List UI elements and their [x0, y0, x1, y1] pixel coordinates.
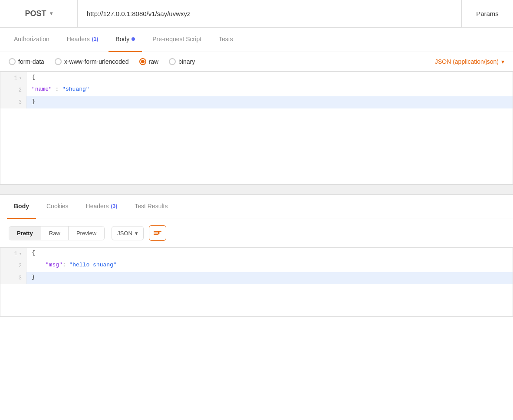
resp-fold-arrow-1[interactable]: ▾	[19, 251, 22, 256]
tab-prerequest[interactable]: Pre-request Script	[145, 28, 208, 52]
response-tab-test-results-label: Test Results	[135, 203, 168, 210]
tab-body-label: Body	[115, 36, 129, 43]
method-selector[interactable]: POST ▾	[0, 0, 78, 27]
json-type-selector[interactable]: JSON (application/json) ▾	[435, 58, 504, 65]
response-tab-headers-label: Headers	[86, 203, 109, 210]
tab-body[interactable]: Body	[109, 28, 142, 52]
response-code-editor: 1 ▾ { 2 "msg": "hello shuang" 3 }	[0, 247, 513, 317]
response-tab-headers[interactable]: Headers (3)	[79, 195, 125, 219]
radio-form-data-label: form-data	[18, 58, 44, 65]
request-line-3-content: }	[26, 96, 513, 106]
json-type-chevron: ▾	[501, 58, 504, 65]
url-bar: POST ▾ Params	[0, 0, 513, 28]
radio-binary-label: binary	[178, 58, 195, 65]
tab-tests[interactable]: Tests	[212, 28, 240, 52]
tab-authorization[interactable]: Authorization	[7, 28, 56, 52]
json-type-label: JSON (application/json)	[435, 58, 499, 65]
request-line-2: 2 "name" : "shuang"	[0, 84, 513, 96]
request-gutter-2: 2	[0, 84, 26, 96]
method-chevron: ▾	[50, 10, 53, 16]
radio-form-data[interactable]: form-data	[9, 58, 44, 65]
request-line-1: 1 ▾ {	[0, 72, 513, 84]
view-pretty-button[interactable]: Pretty	[9, 226, 41, 240]
tab-tests-label: Tests	[219, 36, 233, 43]
response-gutter-3: 3	[0, 272, 26, 284]
response-line-2-content: "msg": "hello shuang"	[26, 260, 513, 270]
request-tabs: Authorization Headers (1) Body Pre-reque…	[0, 28, 513, 52]
close-brace-1: }	[32, 98, 35, 105]
tab-authorization-label: Authorization	[14, 36, 49, 43]
tab-headers-badge: (1)	[92, 36, 99, 42]
radio-binary-circle	[169, 58, 176, 65]
line-number-2: 2	[19, 87, 22, 93]
resp-value-msg: "hello shuang"	[69, 262, 116, 268]
view-options: Pretty Raw Preview JSON ▾	[0, 219, 513, 247]
request-line-2-content: "name" : "shuang"	[26, 84, 513, 94]
fold-arrow-1[interactable]: ▾	[19, 75, 22, 81]
response-tab-test-results[interactable]: Test Results	[128, 195, 174, 219]
req-value-name: "shuang"	[62, 86, 89, 92]
tab-prerequest-label: Pre-request Script	[152, 36, 201, 43]
resp-colon-1: :	[62, 262, 69, 268]
format-label: JSON	[117, 230, 132, 236]
resp-key-msg: "msg"	[46, 262, 62, 268]
radio-x-www-circle	[55, 58, 62, 65]
wrap-button[interactable]	[149, 225, 166, 241]
response-tab-headers-badge: (3)	[111, 203, 118, 209]
response-tab-cookies[interactable]: Cookies	[39, 195, 76, 219]
radio-form-data-circle	[9, 58, 16, 65]
request-gutter-3: 3	[0, 96, 26, 108]
response-line-1: 1 ▾ {	[0, 248, 513, 260]
response-line-3-content: }	[26, 272, 513, 282]
radio-raw[interactable]: raw	[139, 58, 159, 65]
response-tab-body[interactable]: Body	[7, 195, 36, 219]
url-input[interactable]	[78, 0, 461, 27]
method-label: POST	[25, 9, 46, 18]
response-line-1-content: {	[26, 248, 513, 258]
request-gutter-1: 1 ▾	[0, 72, 26, 84]
tab-body-dot	[132, 37, 135, 41]
response-gutter-2: 2	[0, 260, 26, 272]
radio-x-www-label: x-www-form-urlencoded	[64, 58, 129, 65]
view-group: Pretty Raw Preview	[9, 226, 105, 240]
params-button[interactable]: Params	[461, 0, 513, 27]
resp-open-brace: {	[32, 249, 35, 256]
radio-raw-circle	[139, 58, 146, 65]
open-brace-1: {	[32, 74, 35, 80]
resp-close-brace: }	[32, 274, 35, 280]
format-chevron: ▾	[135, 230, 138, 236]
radio-raw-label: raw	[149, 58, 159, 65]
resp-line-number-1: 1	[14, 251, 17, 257]
response-tab-body-label: Body	[14, 203, 29, 210]
format-selector[interactable]: JSON ▾	[112, 226, 144, 240]
response-tab-cookies-label: Cookies	[46, 203, 69, 210]
line-number-3: 3	[19, 99, 22, 105]
radio-binary[interactable]: binary	[169, 58, 195, 65]
response-line-2: 2 "msg": "hello shuang"	[0, 260, 513, 272]
body-options: form-data x-www-form-urlencoded raw bina…	[0, 52, 513, 72]
resp-line-number-2: 2	[19, 263, 22, 269]
wrap-icon	[153, 229, 162, 237]
req-colon-1: :	[52, 86, 62, 92]
response-line-3: 3 }	[0, 272, 513, 284]
response-gutter-1: 1 ▾	[0, 248, 26, 260]
request-line-1-content: {	[26, 72, 513, 82]
section-separator	[0, 184, 513, 195]
request-line-3: 3 }	[0, 96, 513, 108]
radio-x-www[interactable]: x-www-form-urlencoded	[55, 58, 129, 65]
response-tabs: Body Cookies Headers (3) Test Results	[0, 195, 513, 219]
req-key-name: "name"	[32, 86, 52, 92]
resp-line-number-3: 3	[19, 275, 22, 281]
line-number-1: 1	[14, 75, 17, 81]
view-preview-button[interactable]: Preview	[69, 226, 104, 240]
tab-headers[interactable]: Headers (1)	[60, 28, 105, 52]
request-code-editor[interactable]: 1 ▾ { 2 "name" : "shuang" 3 }	[0, 72, 513, 184]
view-raw-button[interactable]: Raw	[41, 226, 69, 240]
tab-headers-label: Headers	[67, 36, 90, 43]
